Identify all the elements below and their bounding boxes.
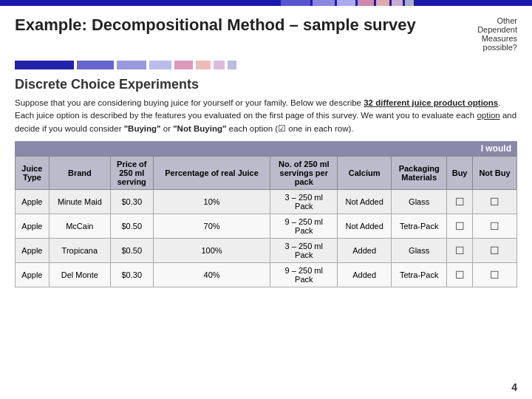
table-cell-brand: McCain (49, 214, 110, 238)
table-cell-servings: 3 – 250 mlPack (270, 189, 338, 214)
table-header-percent: Percentage of real Juice (153, 156, 270, 189)
table-cell-buy[interactable]: ☐ (447, 189, 473, 214)
table-container: I would JuiceTypeBrandPrice of250 mlserv… (0, 141, 532, 287)
table-cell-brand: Del Monte (49, 262, 110, 287)
table-cell-price: $0.30 (110, 189, 153, 214)
color-block (376, 0, 389, 6)
color-block (281, 0, 310, 6)
page-number: 4 (511, 381, 517, 393)
table-cell-price: $0.50 (110, 214, 153, 238)
table-cell-packaging: Glass (392, 238, 447, 262)
table-cell-juice_type: Apple (16, 214, 50, 238)
table-header-packaging: PackagingMaterials (392, 156, 447, 189)
table-row: AppleDel Monte$0.3040%9 – 250 mlPackAdde… (16, 262, 517, 287)
table-cell-packaging: Glass (392, 189, 447, 214)
table-header-juice_type: JuiceType (16, 156, 50, 189)
table-header-buy: Buy (447, 156, 473, 189)
table-cell-juice_type: Apple (16, 189, 50, 214)
table-cell-buy[interactable]: ☐ (447, 238, 473, 262)
table-header-servings: No. of 250 mlservings perpack (270, 156, 338, 189)
table-cell-not_buy[interactable]: ☐ (473, 238, 517, 262)
strip-block (196, 61, 211, 69)
strip-block (117, 61, 146, 69)
table-row: AppleMinute Maid$0.3010%3 – 250 mlPackNo… (16, 189, 517, 214)
table-cell-brand: Tropicana (49, 238, 110, 262)
i-would-bar: I would (15, 141, 517, 156)
table-cell-percent: 10% (153, 189, 270, 214)
table-row: AppleTropicana$0.50100%3 – 250 mlPackAdd… (16, 238, 517, 262)
table-header-price: Price of250 mlserving (110, 156, 153, 189)
table-cell-packaging: Tetra-Pack (392, 262, 447, 287)
color-block (313, 0, 335, 6)
side-note: Other Dependent Measures possible? (477, 15, 517, 52)
table-cell-price: $0.50 (110, 238, 153, 262)
table-cell-calcium: Not Added (338, 189, 392, 214)
description: Suppose that you are considering buying … (0, 95, 532, 141)
table-row: AppleMcCain$0.5070%9 – 250 mlPackNot Add… (16, 214, 517, 238)
color-block (337, 0, 355, 6)
table-cell-calcium: Added (338, 262, 392, 287)
color-block (358, 0, 374, 6)
strip-block (149, 61, 171, 69)
table-cell-servings: 3 – 250 mlPack (270, 238, 338, 262)
header-bar (0, 0, 532, 6)
table-cell-servings: 9 – 250 mlPack (270, 214, 338, 238)
strip-block (15, 61, 74, 69)
table-header-brand: Brand (49, 156, 110, 189)
color-block (392, 0, 403, 6)
color-block (405, 0, 414, 6)
table-cell-percent: 100% (153, 238, 270, 262)
table-cell-calcium: Added (338, 238, 392, 262)
table-cell-price: $0.30 (110, 262, 153, 287)
table-cell-percent: 40% (153, 262, 270, 287)
section-heading: Discrete Choice Experiments (0, 74, 532, 95)
table-cell-not_buy[interactable]: ☐ (473, 189, 517, 214)
table-cell-not_buy[interactable]: ☐ (473, 214, 517, 238)
main-title: Example: Decompositional Method – sample… (15, 15, 416, 36)
table-cell-brand: Minute Maid (49, 189, 110, 214)
table-cell-packaging: Tetra-Pack (392, 214, 447, 238)
strip-block (228, 61, 236, 69)
color-strip (0, 56, 532, 74)
table-cell-juice_type: Apple (16, 262, 50, 287)
strip-block (77, 61, 114, 69)
table-cell-buy[interactable]: ☐ (447, 214, 473, 238)
table-header-calcium: Calcium (338, 156, 392, 189)
strip-block (214, 61, 225, 69)
table-cell-buy[interactable]: ☐ (447, 262, 473, 287)
table-header-not_buy: Not Buy (473, 156, 517, 189)
table-cell-calcium: Not Added (338, 214, 392, 238)
table-cell-juice_type: Apple (16, 238, 50, 262)
table-cell-not_buy[interactable]: ☐ (473, 262, 517, 287)
color-blocks (281, 0, 414, 6)
product-table: JuiceTypeBrandPrice of250 mlservingPerce… (15, 156, 517, 287)
table-cell-servings: 9 – 250 mlPack (270, 262, 338, 287)
title-area: Example: Decompositional Method – sample… (0, 6, 532, 56)
strip-block (174, 61, 193, 69)
table-cell-percent: 70% (153, 214, 270, 238)
